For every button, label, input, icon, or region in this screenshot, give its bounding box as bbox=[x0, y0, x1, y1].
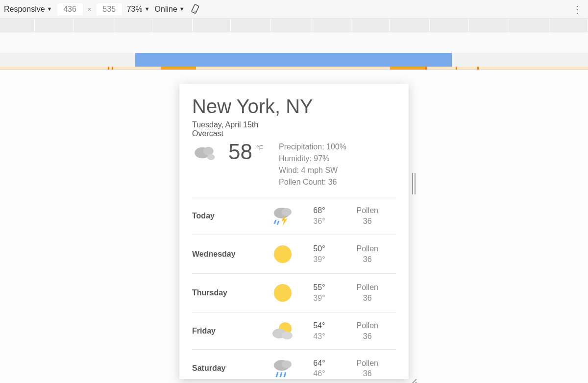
breakpoint-bar-row-1[interactable] bbox=[0, 53, 588, 67]
forecast-day: Friday bbox=[192, 327, 266, 335]
media-query-ruler[interactable] bbox=[0, 19, 588, 68]
forecast-pollen-value: 36 bbox=[339, 216, 396, 227]
forecast-row: Thursday55°39°Pollen36 bbox=[192, 274, 396, 312]
forecast-high: 55° bbox=[299, 282, 339, 293]
device-mode-label: Responsive bbox=[4, 5, 45, 14]
forecast-temps: 68°36° bbox=[299, 205, 339, 226]
viewport-stage: New York, NY Tuesday, April 15th Overcas… bbox=[0, 70, 588, 383]
svg-point-1 bbox=[195, 10, 196, 11]
forecast-high: 54° bbox=[299, 320, 339, 331]
pollen-value: 36 bbox=[328, 178, 337, 186]
emulated-viewport[interactable]: New York, NY Tuesday, April 15th Overcas… bbox=[179, 84, 409, 379]
forecast-low: 39° bbox=[299, 293, 339, 304]
condition-label: Overcast bbox=[192, 129, 396, 138]
weather-card: New York, NY Tuesday, April 15th Overcas… bbox=[179, 84, 409, 379]
forecast-row: Friday54°43°Pollen36 bbox=[192, 312, 396, 350]
dropdown-triangle-icon: ▼ bbox=[179, 6, 185, 12]
device-mode-dropdown[interactable]: Responsive ▼ bbox=[4, 5, 52, 14]
storm-icon bbox=[266, 205, 299, 227]
forecast-list: Today68°36°Pollen36Wednesday50°39°Pollen… bbox=[192, 197, 396, 379]
forecast-row: Wednesday50°39°Pollen36 bbox=[192, 235, 396, 274]
forecast-pollen-label: Pollen bbox=[339, 320, 396, 331]
zoom-dropdown[interactable]: 73% ▼ bbox=[127, 5, 150, 14]
forecast-pollen: Pollen36 bbox=[339, 358, 396, 379]
svg-line-20 bbox=[409, 379, 416, 383]
ruler-tick bbox=[389, 19, 390, 32]
forecast-row: Today68°36°Pollen36 bbox=[192, 197, 396, 235]
forecast-high: 64° bbox=[299, 358, 339, 369]
ruler-tick bbox=[34, 19, 35, 32]
ruler-tick bbox=[74, 19, 74, 32]
humidity-value: 97% bbox=[314, 154, 329, 163]
viewport-height-input[interactable] bbox=[97, 3, 122, 15]
current-conditions-row: 58 °F Precipitation: 100% Humidity: 97% … bbox=[192, 141, 396, 188]
forecast-day: Thursday bbox=[192, 288, 266, 297]
zoom-label: 73% bbox=[127, 5, 143, 14]
resize-handle-corner[interactable] bbox=[406, 376, 417, 383]
overcast-icon bbox=[192, 141, 220, 165]
forecast-pollen-label: Pollen bbox=[339, 358, 396, 369]
ruler-tick bbox=[587, 19, 588, 32]
temperature-unit: °F bbox=[256, 144, 263, 152]
forecast-pollen: Pollen36 bbox=[339, 320, 396, 341]
forecast-pollen: Pollen36 bbox=[339, 282, 396, 303]
throttling-label: Online bbox=[155, 5, 177, 14]
svg-point-14 bbox=[282, 332, 293, 339]
ruler-tick bbox=[509, 19, 509, 32]
forecast-temps: 50°39° bbox=[299, 243, 339, 264]
svg-point-4 bbox=[207, 154, 215, 160]
sunny-icon bbox=[266, 243, 299, 265]
date-label: Tuesday, April 15th bbox=[192, 120, 396, 129]
forecast-pollen-label: Pollen bbox=[339, 243, 396, 254]
more-options-icon[interactable]: ⋮ bbox=[570, 2, 584, 16]
dropdown-triangle-icon: ▼ bbox=[47, 6, 52, 12]
resize-handle-right[interactable] bbox=[411, 173, 416, 194]
viewport-width-input[interactable] bbox=[57, 3, 83, 15]
wind-label: Wind: bbox=[279, 166, 299, 174]
ruler-tick bbox=[351, 19, 351, 32]
sunny-icon bbox=[266, 282, 299, 304]
forecast-row: Saturday64°46°Pollen36 bbox=[192, 350, 396, 379]
forecast-low: 43° bbox=[299, 331, 339, 342]
ruler-ticks bbox=[0, 19, 588, 32]
svg-point-6 bbox=[282, 208, 292, 216]
dropdown-triangle-icon: ▼ bbox=[145, 6, 150, 12]
device-wrap: New York, NY Tuesday, April 15th Overcas… bbox=[179, 84, 409, 379]
forecast-temps: 54°43° bbox=[299, 320, 339, 341]
forecast-low: 39° bbox=[299, 254, 339, 265]
svg-point-3 bbox=[203, 147, 214, 156]
ruler-tick bbox=[114, 19, 114, 32]
forecast-high: 50° bbox=[299, 243, 339, 254]
forecast-temps: 55°39° bbox=[299, 282, 339, 303]
forecast-temps: 64°46° bbox=[299, 358, 339, 379]
forecast-pollen-label: Pollen bbox=[339, 205, 396, 216]
forecast-low: 36° bbox=[299, 216, 339, 227]
ruler-tick bbox=[192, 19, 193, 32]
wind-value: 4 mph SW bbox=[301, 166, 338, 174]
toolbar-center: Responsive ▼ × 73% ▼ Online ▼ bbox=[4, 3, 202, 16]
forecast-day: Wednesday bbox=[192, 250, 266, 259]
ruler-tick bbox=[230, 19, 231, 32]
svg-point-16 bbox=[282, 360, 292, 368]
forecast-low: 46° bbox=[299, 368, 339, 379]
pollen-label: Pollen Count: bbox=[279, 178, 326, 186]
rotate-icon[interactable] bbox=[190, 3, 202, 16]
ruler-tick bbox=[468, 19, 469, 32]
ruler-tick bbox=[429, 19, 430, 32]
breakpoint-blue-segment[interactable] bbox=[135, 53, 452, 67]
forecast-pollen-value: 36 bbox=[339, 293, 396, 304]
throttling-dropdown[interactable]: Online ▼ bbox=[155, 5, 185, 14]
ruler-tick bbox=[312, 19, 312, 32]
device-toolbar: Responsive ▼ × 73% ▼ Online ▼ ⋮ bbox=[0, 0, 588, 19]
svg-rect-0 bbox=[191, 4, 198, 13]
forecast-pollen-label: Pollen bbox=[339, 282, 396, 293]
svg-point-10 bbox=[274, 245, 292, 263]
forecast-pollen-value: 36 bbox=[339, 331, 396, 342]
humidity-label: Humidity: bbox=[279, 154, 312, 163]
forecast-day: Saturday bbox=[192, 364, 266, 373]
forecast-day: Today bbox=[192, 212, 266, 220]
ruler-tick bbox=[549, 19, 549, 32]
svg-point-11 bbox=[274, 284, 292, 302]
svg-line-19 bbox=[284, 372, 286, 377]
forecast-high: 68° bbox=[299, 205, 339, 216]
